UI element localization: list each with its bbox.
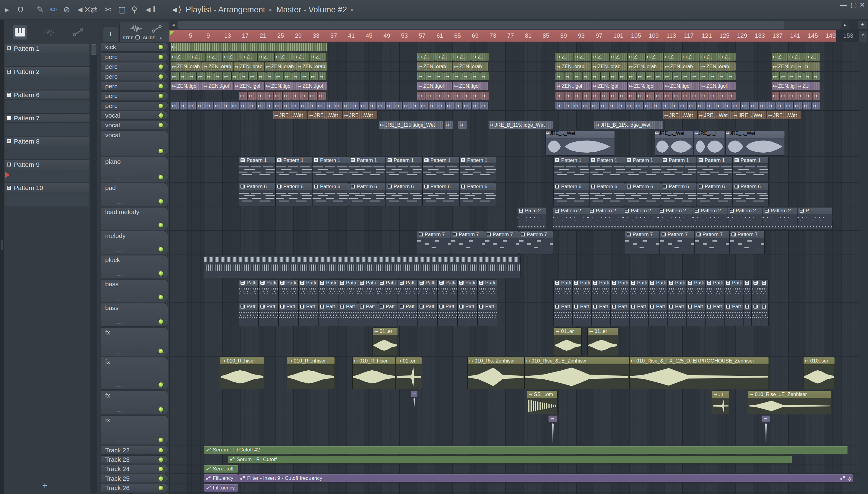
track-header-fx[interactable]: fx... — [98, 327, 170, 357]
midi-clip[interactable]: Patt..n 10 — [667, 303, 686, 326]
audio-clip[interactable]: ↦JRE_..Wet — [663, 111, 697, 119]
midi-clip[interactable]: Pattern 1 — [661, 157, 697, 182]
audio-clip[interactable]: ↦ — [351, 101, 360, 110]
track-mute-led[interactable] — [158, 476, 164, 481]
audio-clip[interactable]: ↦ — [377, 101, 386, 110]
track-header-perc[interactable]: perc — [98, 72, 170, 81]
pattern-preview[interactable] — [5, 146, 90, 159]
audio-clip[interactable]: ↦ — [714, 101, 723, 110]
patterns-tab[interactable] — [13, 25, 27, 39]
playlist-track-row[interactable]: Patt..n 10Patt..n 10Patt..n 10Patt..n 10… — [170, 303, 859, 327]
midi-clip[interactable]: Patt..n 10 — [338, 303, 358, 326]
midi-clip[interactable]: Pattern 1 — [733, 157, 769, 182]
vocal-audio-clip[interactable]: ↦JRE_.._Wet — [655, 130, 693, 156]
pattern-name-header[interactable]: Pattern 6 — [5, 90, 90, 99]
track-header-capsule[interactable]: perc — [101, 82, 168, 91]
audio-clip[interactable]: ↦ — [437, 101, 446, 110]
fx-audio-clip[interactable]: ↦010_Ri..nhiser — [287, 357, 335, 390]
audio-clip[interactable]: ↦ — [171, 42, 327, 51]
audio-clip[interactable]: ↦ — [471, 101, 480, 110]
audio-clip[interactable]: ↦JRE_..Wet — [343, 111, 378, 119]
audio-clip[interactable]: ↦Z.. — [718, 53, 736, 61]
audio-clip[interactable]: ↦ — [444, 121, 453, 129]
step-toggle[interactable] — [135, 35, 140, 39]
playlist-track-row[interactable]: ↦↦ — [170, 415, 859, 445]
midi-clip[interactable]: Pattern 6 — [386, 183, 422, 206]
audio-clip[interactable]: ↦ — [696, 101, 705, 110]
fx-audio-clip[interactable]: ↦010_Ris..Zenhiser — [468, 357, 525, 390]
playlist-track-row[interactable]: Pattern 9Pattern 9Pattern 9Pattern 9Patt… — [170, 279, 859, 303]
playlist-grid[interactable]: ↦↦Z..↦Z..↦Z..↦Z..↦Z..↦Z..↦Z..↦Z..↦Z..↦Z.… — [170, 42, 859, 494]
audio-clip[interactable]: ↦Z.. — [700, 53, 718, 61]
playlist-track-row[interactable]: ↦Z..↦Z..↦Z..↦Z..↦Z..↦Z..↦Z..↦Z..↦Z..↦Z..… — [170, 52, 859, 62]
audio-clip[interactable]: ↦ — [179, 72, 188, 80]
midi-clip[interactable]: Pattern 7 — [695, 231, 730, 254]
playlist-horizontal-scrollbar[interactable]: ◂ ▸ — [170, 20, 849, 30]
track-mute-led[interactable] — [158, 74, 164, 79]
track-header-capsule[interactable]: vocal — [101, 121, 168, 129]
audio-clip[interactable]: ↦ — [231, 101, 240, 110]
midi-clip[interactable]: Pattern 9 — [572, 279, 591, 302]
audio-clip[interactable]: ↦ — [214, 101, 222, 110]
midi-clip[interactable]: Patt..n 10 — [239, 303, 259, 326]
snap-magnet-icon[interactable]: Ω — [18, 4, 23, 15]
playlist-track-row[interactable]: ↦ZEN..lgol↦ZEN..lgol↦ZEN..lgol↦ZEN..lgol… — [170, 81, 859, 91]
audio-clip[interactable]: ↦ — [291, 91, 300, 100]
audio-clip[interactable]: ↦ — [600, 72, 609, 80]
audio-clip[interactable]: ↦Z.. — [453, 53, 471, 61]
pattern-item[interactable]: Pattern 7 — [5, 113, 90, 136]
audio-clip[interactable]: ↦ — [688, 101, 696, 110]
midi-clip[interactable]: Pattern 9 — [553, 279, 572, 302]
playlist-track-row[interactable]: Seru..toff — [170, 464, 859, 474]
midi-clip[interactable]: Pattern 7 — [451, 231, 485, 254]
track-header-capsule[interactable]: perc — [101, 53, 168, 61]
audio-clip[interactable]: ↦ — [664, 72, 673, 80]
audio-clip[interactable]: ↦ — [691, 91, 700, 100]
audio-clip[interactable]: ↦ZEN..orab — [664, 62, 700, 71]
midi-clip[interactable]: Patt..n 10 — [418, 303, 438, 326]
pattern-name-header[interactable]: Pattern 2 — [5, 67, 90, 76]
midi-clip[interactable]: Patt..n 10 — [724, 303, 743, 326]
audio-clip[interactable]: ↦Z.. — [646, 53, 664, 61]
audio-clip[interactable]: ↦ZEN..orab — [700, 62, 736, 71]
audio-clip[interactable]: ↦ — [590, 101, 599, 110]
playlist-track-row[interactable]: ↦JRE_.._Wet↦JRE_.._Wet↦JRE_.._l↦JRE_.._W… — [170, 130, 859, 156]
fx-audio-clip[interactable]: ↦010_Rise_..E_Zenhiser — [748, 391, 831, 414]
audio-clip[interactable]: ↦ — [796, 91, 804, 100]
audio-clip[interactable]: ↦ — [471, 91, 480, 100]
pattern-name-header[interactable]: Pattern 7 — [5, 113, 90, 123]
audio-clip[interactable]: ↦ — [317, 101, 326, 110]
midi-clip[interactable]: Pattern 1 — [625, 157, 661, 182]
midi-clip[interactable]: Patt..n 10 — [686, 303, 705, 326]
audio-clip[interactable]: ↦ — [256, 91, 265, 100]
playhead-marker[interactable] — [170, 31, 175, 36]
audio-clip[interactable]: ↦ZEN..lgol — [417, 82, 453, 90]
audio-clip[interactable]: ↦ — [283, 72, 292, 80]
audio-clip[interactable]: ↦JRE_..Wet — [732, 111, 767, 119]
maximize-button[interactable]: ▢ — [850, 1, 857, 9]
audio-clip[interactable]: ↦ — [564, 72, 573, 80]
audio-clip[interactable]: ↦ — [171, 72, 179, 80]
fx-audio-clip[interactable]: ↦010_R..hiser — [220, 357, 264, 390]
midi-clip[interactable]: Pattern 1 — [459, 157, 496, 182]
midi-clip[interactable]: Patt..n 10 — [629, 303, 648, 326]
audio-clip[interactable]: ↦ — [214, 72, 223, 80]
fx-audio-clip[interactable]: ↦SS_..om — [527, 391, 557, 414]
track-mute-led[interactable] — [158, 54, 164, 60]
midi-clip[interactable]: Pattern 7 — [625, 231, 660, 254]
track-header-fx[interactable]: fx... — [98, 357, 170, 390]
audio-clip[interactable]: ↦ — [646, 72, 655, 80]
audio-clip[interactable]: ↦ — [582, 101, 590, 110]
audio-clip[interactable]: ↦ — [197, 101, 205, 110]
audio-clip[interactable]: ↦ — [573, 72, 582, 80]
audio-clip[interactable]: ↦ZEN..orab — [417, 62, 453, 71]
audio-clip[interactable]: ↦ — [718, 91, 727, 100]
midi-clip[interactable]: Patt..n 10 — [378, 303, 398, 326]
audio-clip[interactable]: ↦ — [564, 101, 573, 110]
midi-clip[interactable]: Pattern 1 — [422, 157, 459, 182]
audio-clip[interactable]: ↦ZEN..orab — [202, 62, 233, 71]
midi-clip[interactable]: Pattern 9 — [667, 279, 686, 302]
pattern-preview[interactable] — [5, 169, 90, 183]
playback-tool-icon[interactable]: ◄‖ — [144, 4, 156, 15]
audio-clip[interactable]: ↦ZEN..lgol — [233, 82, 264, 90]
